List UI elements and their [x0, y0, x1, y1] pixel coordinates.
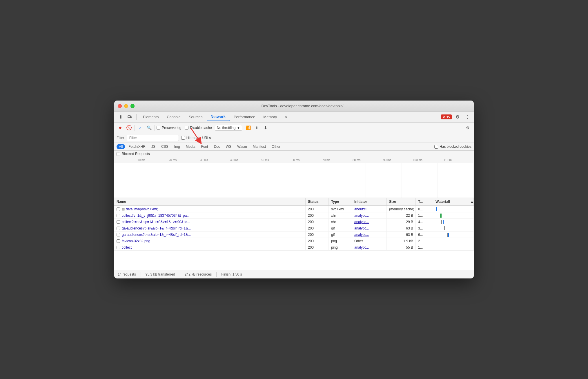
disable-cache-input[interactable]	[185, 126, 188, 130]
timeline-area[interactable]	[114, 163, 474, 198]
hide-data-urls-checkbox[interactable]: Hide data URLs	[181, 136, 211, 140]
row-checkbox[interactable]	[117, 220, 120, 224]
td-initiator: analytic...	[352, 225, 387, 231]
timeline-col-1	[114, 163, 150, 198]
th-type[interactable]: Type	[329, 198, 352, 205]
td-time: 6...	[416, 232, 433, 238]
timeline-col-8	[366, 163, 402, 198]
devtools-navbar: ⬆ Elements Console Sources Network Perfo…	[114, 112, 474, 123]
resources-size: 242 kB resources	[185, 272, 212, 276]
tick-20ms: 20 ms	[169, 158, 177, 162]
blocked-requests-checkbox[interactable]: Blocked Requests	[117, 152, 471, 156]
disable-cache-checkbox[interactable]: Disable cache	[185, 126, 212, 130]
filter-wasm[interactable]: Wasm	[235, 144, 249, 149]
wifi-icon[interactable]: 📶	[244, 124, 252, 132]
th-time[interactable]: T...	[416, 198, 433, 205]
tab-performance[interactable]: Performance	[230, 113, 259, 121]
filter-all[interactable]: All	[117, 144, 125, 149]
row-checkbox[interactable]	[117, 214, 120, 217]
row-checkbox[interactable]	[117, 233, 120, 236]
table-row[interactable]: collect?v=1&_v=j90&a=1837457034&t=pa... …	[114, 212, 474, 219]
filter-js[interactable]: JS	[149, 144, 158, 149]
preserve-log-checkbox[interactable]: Preserve log	[157, 126, 181, 130]
more-options-icon[interactable]: ⋮	[463, 113, 471, 121]
requests-count: 14 requests	[118, 272, 136, 276]
filter-media[interactable]: Media	[184, 144, 198, 149]
cursor-icon[interactable]: ⬆	[117, 113, 125, 121]
window-title: DevTools - developer.chrome.com/docs/dev…	[135, 104, 470, 108]
close-button[interactable]	[118, 104, 122, 108]
toolbar-right: ⚙	[464, 124, 471, 132]
filter-img[interactable]: Img	[172, 144, 182, 149]
timeline-col-6	[294, 163, 330, 198]
table-body: ▦ data:image/svg+xml;... 200 svg+xml abo…	[114, 206, 474, 270]
record-button[interactable]: ●	[117, 124, 124, 132]
status-sep-1	[141, 272, 141, 277]
search-icon[interactable]: 🔍	[145, 124, 153, 132]
table-row[interactable]: ga-audiences?t=sr&aip=1&_r=4&slf_rd=1&..…	[114, 225, 474, 232]
th-initiator[interactable]: Initiator	[352, 198, 387, 205]
tab-elements[interactable]: Elements	[139, 113, 163, 121]
preserve-log-input[interactable]	[157, 126, 160, 130]
has-blocked-cookies[interactable]: Has blocked cookies	[434, 145, 471, 149]
throttle-arrow: ▼	[237, 126, 240, 130]
clear-button[interactable]: 🚫	[125, 124, 133, 132]
toolbar-sep-2	[155, 125, 155, 131]
has-cookies-input[interactable]	[434, 145, 438, 149]
th-waterfall[interactable]: Waterfall	[433, 198, 468, 205]
minimize-button[interactable]	[124, 104, 128, 108]
td-type: xhr	[329, 212, 352, 218]
table-row[interactable]: ▦ data:image/svg+xml;... 200 svg+xml abo…	[114, 206, 474, 212]
row-checkbox[interactable]	[117, 207, 120, 211]
filter-icon[interactable]: ⬦	[137, 124, 144, 132]
error-badge: ✕ 15	[441, 114, 452, 119]
th-name[interactable]: Name	[114, 198, 306, 205]
td-name: collect?t=dc&aip=1&_r=3&v=1&_v=j90&tid..…	[114, 219, 306, 225]
throttle-select[interactable]: No throttling ▼	[215, 125, 242, 131]
table-row[interactable]: ga-audiences?t=sr&aip=1&_r=4&slf_rd=1&..…	[114, 232, 474, 238]
hide-data-urls-input[interactable]	[181, 136, 185, 140]
settings-gear-icon[interactable]: ⚙	[464, 124, 471, 132]
row-checkbox[interactable]	[117, 227, 120, 230]
download-icon[interactable]: ⬇	[262, 124, 269, 132]
th-status[interactable]: Status	[306, 198, 329, 205]
td-name: collect	[114, 244, 306, 250]
td-waterfall	[433, 238, 468, 244]
filter-other[interactable]: Other	[269, 144, 283, 149]
tab-memory[interactable]: Memory	[259, 113, 281, 121]
filter-css[interactable]: CSS	[159, 144, 171, 149]
blocked-requests-input[interactable]	[117, 152, 120, 156]
filter-manifest[interactable]: Manifest	[251, 144, 268, 149]
table-row[interactable]: favicon-32x32.png 200 png Other 1.9 kB 2…	[114, 238, 474, 244]
row-checkbox[interactable]	[117, 239, 120, 243]
row-checkbox[interactable]	[117, 246, 120, 249]
filter-input[interactable]	[127, 135, 179, 141]
td-size: 63 B	[387, 232, 416, 238]
tab-network[interactable]: Network	[207, 113, 230, 121]
filter-font[interactable]: Font	[199, 144, 210, 149]
settings-icon[interactable]: ⚙	[453, 113, 462, 121]
th-size[interactable]: Size	[387, 198, 416, 205]
row-name: ga-audiences?t=sr&aip=1&_r=4&slf_rd=1&..…	[122, 233, 191, 237]
filter-fetch-xhr[interactable]: Fetch/XHR	[126, 144, 148, 149]
timeline-col-10	[438, 163, 474, 198]
td-waterfall	[433, 206, 468, 212]
td-size: 63 B	[387, 225, 416, 231]
error-count: 15	[447, 115, 450, 119]
filter-doc[interactable]: Doc	[211, 144, 222, 149]
th-sort[interactable]: ▲	[468, 198, 474, 205]
timeline-col-9	[402, 163, 438, 198]
row-icon: ▦	[122, 207, 125, 211]
td-initiator: analytic...	[352, 219, 387, 225]
device-toggle-icon[interactable]	[126, 113, 134, 121]
maximize-button[interactable]	[130, 104, 135, 108]
filter-ws[interactable]: WS	[224, 144, 234, 149]
svg-rect-0	[128, 116, 130, 118]
tab-sources[interactable]: Sources	[185, 113, 207, 121]
tab-console[interactable]: Console	[163, 113, 185, 121]
tab-more[interactable]: »	[281, 113, 291, 121]
table-row[interactable]: collect 200 ping analytic... 55 B 1...	[114, 244, 474, 251]
upload-icon[interactable]: ⬆	[253, 124, 261, 132]
status-bar: 14 requests 95.3 kB transferred 242 kB r…	[114, 270, 474, 278]
table-row[interactable]: collect?t=dc&aip=1&_r=3&v=1&_v=j90&tid..…	[114, 219, 474, 225]
